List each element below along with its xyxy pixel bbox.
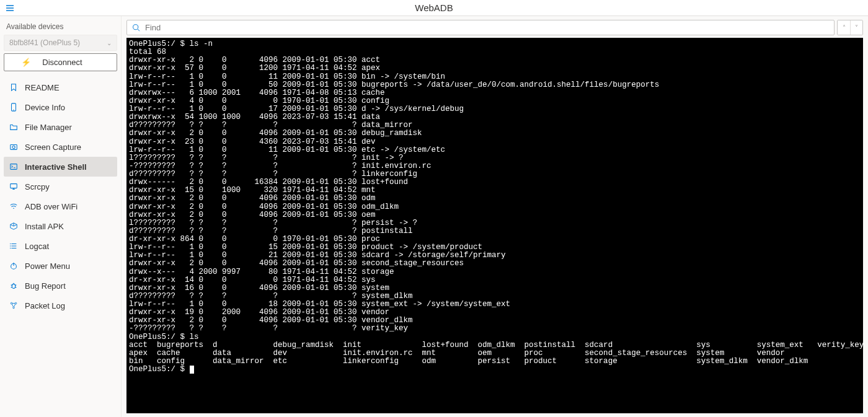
find-bar: ˄ ˅ xyxy=(126,20,863,35)
svg-point-3 xyxy=(12,146,15,148)
nav-item-readme[interactable]: README xyxy=(4,77,117,97)
nav-item-label: Screen Capture xyxy=(25,143,81,152)
device-select[interactable]: 8bfb8f41 (OnePlus 5) ⌄ xyxy=(4,35,117,51)
chevron-up-icon: ˄ xyxy=(843,24,846,31)
phone-icon xyxy=(9,102,19,112)
package-icon xyxy=(9,221,19,231)
hamburger-icon xyxy=(6,4,14,12)
bookmark-icon xyxy=(9,82,19,92)
nav-item-install-apk[interactable]: Install APK xyxy=(4,216,117,236)
selected-device-text: 8bfb8f41 (OnePlus 5) xyxy=(9,38,80,47)
wifi-icon xyxy=(9,201,19,211)
svg-rect-2 xyxy=(11,145,17,150)
nav-item-interactive-shell[interactable]: Interactive Shell xyxy=(4,157,117,177)
find-input[interactable] xyxy=(145,23,829,32)
plug-disconnected-icon: ⚡ xyxy=(21,58,31,67)
list-icon xyxy=(9,241,19,251)
svg-point-6 xyxy=(10,244,11,244)
svg-point-15 xyxy=(133,25,138,30)
nav-item-label: Device Info xyxy=(25,103,65,112)
sidebar: Available devices 8bfb8f41 (OnePlus 5) ⌄… xyxy=(0,16,122,417)
nav-item-label: Packet Log xyxy=(25,301,65,310)
nav-item-label: File Manager xyxy=(25,123,72,132)
search-icon xyxy=(132,24,140,32)
available-devices-label: Available devices xyxy=(4,20,117,32)
svg-rect-4 xyxy=(11,164,17,170)
nav-item-label: README xyxy=(25,83,60,92)
nav-item-label: Logcat xyxy=(25,242,49,251)
nav-item-label: Power Menu xyxy=(25,261,70,271)
nav-item-label: ADB over WiFi xyxy=(25,202,78,211)
chevron-down-icon: ˅ xyxy=(855,24,858,31)
svg-line-16 xyxy=(138,29,140,31)
terminal-output[interactable]: OnePlus5:/ $ ls -n total 68 drwxr-xr-x 2… xyxy=(126,38,863,413)
main-panel: ˄ ˅ OnePlus5:/ $ ls -n total 68 drwxr-xr… xyxy=(122,16,868,417)
find-nav: ˄ ˅ xyxy=(837,20,863,35)
nav-item-scrcpy[interactable]: Scrcpy xyxy=(4,177,117,196)
bug-icon xyxy=(9,281,19,291)
disconnect-label: Disconnect xyxy=(42,58,82,67)
svg-point-1 xyxy=(13,110,14,110)
svg-point-11 xyxy=(12,284,15,288)
nav-item-power-menu[interactable]: Power Menu xyxy=(4,256,117,276)
terminal-icon xyxy=(9,162,19,172)
nav-item-packet-log[interactable]: Packet Log xyxy=(4,296,117,315)
network-icon xyxy=(9,301,19,310)
svg-point-14 xyxy=(13,307,15,309)
nav-list: READMEDevice InfoFile ManagerScreen Capt… xyxy=(4,77,117,315)
nav-item-label: Scrcpy xyxy=(25,182,50,191)
app-title: WebADB xyxy=(20,2,848,13)
topbar: WebADB xyxy=(0,0,868,16)
chevron-down-icon: ⌄ xyxy=(107,40,112,46)
nav-item-logcat[interactable]: Logcat xyxy=(4,236,117,256)
nav-item-file-manager[interactable]: File Manager xyxy=(4,117,117,137)
nav-item-bug-report[interactable]: Bug Report xyxy=(4,276,117,296)
power-icon xyxy=(9,261,19,271)
svg-point-7 xyxy=(10,245,11,246)
find-next-button[interactable]: ˅ xyxy=(850,20,862,35)
nav-item-device-info[interactable]: Device Info xyxy=(4,97,117,117)
nav-item-screen-capture[interactable]: Screen Capture xyxy=(4,137,117,157)
disconnect-button[interactable]: ⚡ Disconnect xyxy=(4,53,117,71)
find-input-container[interactable] xyxy=(126,20,835,35)
folder-icon xyxy=(9,122,19,132)
nav-item-label: Interactive Shell xyxy=(25,162,87,172)
hamburger-menu-button[interactable] xyxy=(0,4,20,12)
camera-icon xyxy=(9,142,19,152)
nav-item-label: Bug Report xyxy=(25,281,66,291)
monitor-icon xyxy=(9,182,19,191)
nav-item-label: Install APK xyxy=(25,222,64,231)
nav-item-adb-over-wifi[interactable]: ADB over WiFi xyxy=(4,196,117,216)
find-prev-button[interactable]: ˄ xyxy=(838,20,850,35)
svg-rect-5 xyxy=(11,184,17,188)
svg-point-8 xyxy=(10,248,11,248)
terminal-cursor xyxy=(190,366,194,374)
